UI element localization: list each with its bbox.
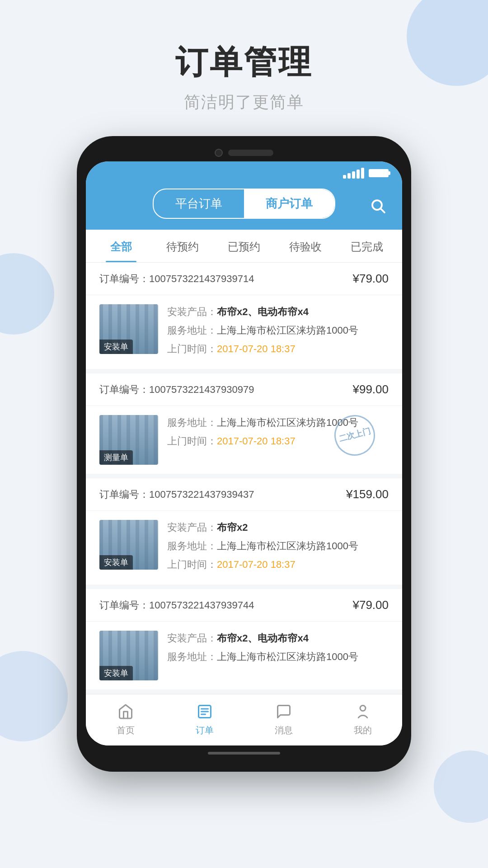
order-number: 订单编号：1007573221437939437 <box>99 488 254 501</box>
signal-bars <box>343 168 364 179</box>
orders-icon <box>195 702 215 722</box>
nav-label-messages: 消息 <box>275 724 293 736</box>
search-button[interactable] <box>367 195 389 217</box>
tab-platform[interactable]: 平台订单 <box>154 189 244 218</box>
tab-merchant[interactable]: 商户订单 <box>244 189 334 218</box>
order-price: ¥79.00 <box>352 272 389 286</box>
address-value: 上海上海市松江区涞坊路1000号 <box>217 651 358 662</box>
time-label: 上门时间： <box>167 559 217 570</box>
app-header: 平台订单 商户订单 <box>86 181 402 230</box>
bg-decoration-circle-mid-left <box>0 253 54 335</box>
order-item[interactable]: 订单编号：1007573221437930979 ¥99.00 测量单 服务地址… <box>86 373 402 474</box>
svg-line-1 <box>381 208 385 212</box>
order-badge: 安装单 <box>99 555 133 570</box>
page-title: 订单管理 <box>0 41 488 84</box>
home-bar-line <box>208 752 280 755</box>
order-badge: 安装单 <box>99 666 133 680</box>
address-label: 服务地址： <box>167 651 217 662</box>
bottom-nav: 首页 订单 消息 <box>86 694 402 745</box>
messages-icon <box>274 702 294 722</box>
filter-tab-appointed[interactable]: 已预约 <box>213 230 275 262</box>
order-header: 订单编号：1007573221437930979 ¥99.00 <box>86 373 402 406</box>
nav-item-profile[interactable]: 我的 <box>323 702 402 736</box>
order-image: 安装单 <box>99 631 158 680</box>
phone-screen: 平台订单 商户订单 全部 待预约 已预约 待验收 已完成 订单编号：1 <box>86 161 402 745</box>
order-number: 订单编号：1007573221437930979 <box>99 383 254 396</box>
order-item[interactable]: 订单编号：1007573221437939437 ¥159.00 安装单 安装产… <box>86 478 402 585</box>
order-price: ¥99.00 <box>352 382 389 396</box>
phone-notch <box>86 149 402 161</box>
order-body: 安装单 安装产品：布帘x2 服务地址：上海上海市松江区涞坊路1000号 上门时间… <box>86 511 402 585</box>
time-value: 2017-07-20 18:37 <box>217 559 296 570</box>
signal-bar-4 <box>357 170 360 179</box>
order-info: 安装产品：布帘x2、电动布帘x4 服务地址：上海上海市松江区涞坊路1000号 上… <box>167 304 389 360</box>
tab-switcher: 平台订单 商户订单 <box>153 189 335 219</box>
time-label: 上门时间： <box>167 435 217 447</box>
install-label: 安装产品： <box>167 632 217 644</box>
filter-tabs: 全部 待预约 已预约 待验收 已完成 <box>86 230 402 263</box>
order-image: 安装单 <box>99 304 158 354</box>
order-number: 订单编号：1007573221437939744 <box>99 599 254 612</box>
order-item[interactable]: 订单编号：1007573221437939714 ¥79.00 安装单 安装产品… <box>86 263 402 369</box>
time-value: 2017-07-20 18:37 <box>217 343 296 354</box>
bg-decoration-circle-bottom-left <box>0 651 68 741</box>
install-info: 安装产品：布帘x2、电动布帘x4 <box>167 304 389 319</box>
address-info: 服务地址：上海上海市松江区涞坊路1000号 <box>167 323 389 338</box>
nav-item-home[interactable]: 首页 <box>86 702 165 736</box>
address-label: 服务地址： <box>167 540 217 552</box>
address-value: 上海上海市松江区涞坊路1000号 <box>217 540 358 552</box>
address-info: 服务地址：上海上海市松江区涞坊路1000号 <box>167 649 389 664</box>
signal-bar-1 <box>343 175 346 179</box>
profile-icon <box>353 702 373 722</box>
order-badge: 安装单 <box>99 340 133 354</box>
phone-home-bar <box>86 745 402 759</box>
filter-tab-completed[interactable]: 已完成 <box>336 230 398 262</box>
page-subtitle: 简洁明了更简单 <box>0 91 488 113</box>
install-info: 安装产品：布帘x2 <box>167 520 389 535</box>
order-badge: 测量单 <box>99 450 133 465</box>
time-label: 上门时间： <box>167 343 217 354</box>
status-bar <box>86 161 402 181</box>
address-label: 服务地址： <box>167 417 217 428</box>
order-price: ¥159.00 <box>346 487 389 501</box>
phone-frame: 平台订单 商户订单 全部 待预约 已预约 待验收 已完成 订单编号：1 <box>77 136 411 772</box>
order-header: 订单编号：1007573221437939744 ¥79.00 <box>86 589 402 622</box>
home-icon <box>116 702 136 722</box>
page-header: 订单管理 简洁明了更简单 <box>0 0 488 113</box>
order-header: 订单编号：1007573221437939437 ¥159.00 <box>86 478 402 511</box>
address-label: 服务地址： <box>167 325 217 336</box>
signal-bar-5 <box>361 168 364 179</box>
nav-item-messages[interactable]: 消息 <box>244 702 323 736</box>
signal-bar-2 <box>347 173 351 179</box>
order-item[interactable]: 订单编号：1007573221437939744 ¥79.00 安装单 安装产品… <box>86 589 402 689</box>
search-icon <box>370 198 386 214</box>
install-value: 布帘x2、电动布帘x4 <box>217 632 309 644</box>
order-header: 订单编号：1007573221437939714 ¥79.00 <box>86 263 402 295</box>
order-price: ¥79.00 <box>352 598 389 612</box>
svg-point-6 <box>360 706 366 711</box>
phone-speaker <box>228 150 273 156</box>
order-body: 安装单 安装产品：布帘x2、电动布帘x4 服务地址：上海上海市松江区涞坊路100… <box>86 295 402 369</box>
order-info: 安装产品：布帘x2、电动布帘x4 服务地址：上海上海市松江区涞坊路1000号 <box>167 631 389 680</box>
nav-label-home: 首页 <box>117 724 135 736</box>
install-value: 布帘x2、电动布帘x4 <box>217 306 309 317</box>
time-value: 2017-07-20 18:37 <box>217 435 296 447</box>
order-info: 安装产品：布帘x2 服务地址：上海上海市松江区涞坊路1000号 上门时间：201… <box>167 520 389 576</box>
filter-tab-pending-appt[interactable]: 待预约 <box>152 230 213 262</box>
install-label: 安装产品： <box>167 522 217 533</box>
address-value: 上海上海市松江区涞坊路1000号 <box>217 325 358 336</box>
install-value: 布帘x2 <box>217 522 248 533</box>
order-number: 订单编号：1007573221437939714 <box>99 272 254 286</box>
nav-label-profile: 我的 <box>354 724 372 736</box>
phone-camera <box>215 149 223 157</box>
nav-label-orders: 订单 <box>196 724 214 736</box>
address-info: 服务地址：上海上海市松江区涞坊路1000号 <box>167 538 389 553</box>
nav-item-orders[interactable]: 订单 <box>165 702 244 736</box>
signal-bar-3 <box>352 171 355 179</box>
order-body: 测量单 服务地址：上海上海市松江区涞坊路1000号 上门时间：2017-07-2… <box>86 406 402 474</box>
bg-decoration-circle-bottom-right <box>434 750 488 823</box>
filter-tab-all[interactable]: 全部 <box>90 230 152 262</box>
order-image: 测量单 <box>99 415 158 465</box>
battery-icon <box>369 169 389 177</box>
filter-tab-pending-accept[interactable]: 待验收 <box>275 230 336 262</box>
